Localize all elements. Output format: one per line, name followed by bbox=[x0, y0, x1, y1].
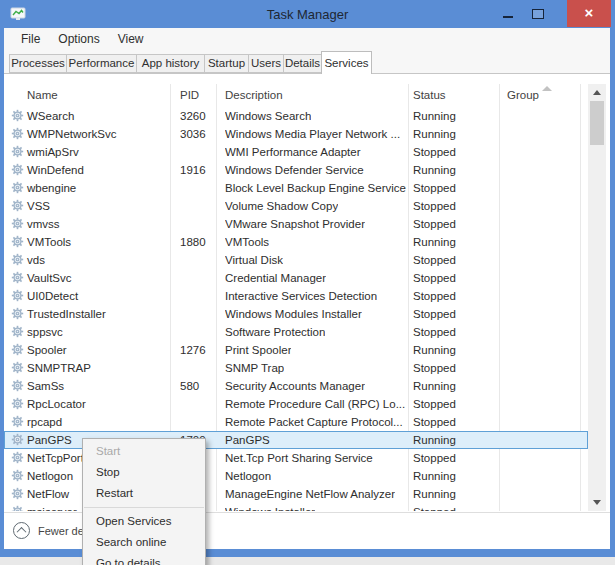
service-gear-icon bbox=[11, 235, 24, 248]
column-header-status[interactable]: Status bbox=[413, 84, 446, 107]
service-status: Stopped bbox=[413, 359, 456, 377]
service-gear-icon bbox=[11, 415, 24, 428]
scrollbar-thumb[interactable] bbox=[590, 101, 604, 145]
column-header-description[interactable]: Description bbox=[225, 84, 283, 107]
scroll-up-button[interactable] bbox=[588, 84, 606, 101]
context-menu-item-restart[interactable]: Restart bbox=[83, 483, 205, 504]
service-pid: 1276 bbox=[180, 341, 206, 359]
column-header-name[interactable]: Name bbox=[27, 84, 58, 107]
close-icon: × bbox=[585, 5, 594, 20]
service-name: vmvss bbox=[27, 215, 60, 233]
service-row[interactable]: WSearch 3260 Windows Search Running bbox=[4, 107, 610, 125]
service-gear-icon bbox=[11, 379, 24, 392]
service-gear-icon bbox=[11, 397, 24, 410]
scroll-down-button[interactable] bbox=[588, 494, 606, 511]
tab-details[interactable]: Details bbox=[283, 54, 322, 73]
service-row[interactable]: RpcLocator Remote Procedure Call (RPC) L… bbox=[4, 395, 610, 413]
service-status: Stopped bbox=[413, 251, 456, 269]
service-row[interactable]: WinDefend 1916 Windows Defender Service … bbox=[4, 161, 610, 179]
service-name: Netlogon bbox=[27, 467, 73, 485]
service-row[interactable]: wbengine Block Level Backup Engine Servi… bbox=[4, 179, 610, 197]
menu-options[interactable]: Options bbox=[49, 28, 108, 50]
context-menu: StartStopRestartOpen ServicesSearch onli… bbox=[82, 438, 206, 565]
service-row[interactable]: wmiApSrv WMI Performance Adapter Stopped bbox=[4, 143, 610, 161]
menu-view[interactable]: View bbox=[109, 28, 153, 50]
service-description: Credential Manager bbox=[225, 269, 326, 287]
service-row[interactable]: vmvss VMware Snapshot Provider Stopped bbox=[4, 215, 610, 233]
service-name: VSS bbox=[27, 197, 50, 215]
service-row[interactable]: SNMPTRAP SNMP Trap Stopped bbox=[4, 359, 610, 377]
service-status: Stopped bbox=[413, 395, 456, 413]
service-name: wmiApSrv bbox=[27, 143, 79, 161]
close-button[interactable]: × bbox=[567, 0, 611, 27]
service-row[interactable]: VSS Volume Shadow Copy Stopped bbox=[4, 197, 610, 215]
service-description: PanGPS bbox=[225, 431, 270, 449]
service-name: sppsvc bbox=[27, 323, 63, 341]
menu-file[interactable]: File bbox=[12, 28, 49, 50]
maximize-button[interactable] bbox=[523, 0, 553, 27]
service-name: PanGPS bbox=[27, 431, 72, 449]
service-description: Remote Packet Capture Protocol... bbox=[225, 413, 403, 431]
service-description: Software Protection bbox=[225, 323, 325, 341]
context-menu-item-stop[interactable]: Stop bbox=[83, 462, 205, 483]
service-name: UI0Detect bbox=[27, 287, 78, 305]
service-description: Windows Modules Installer bbox=[225, 305, 362, 323]
tab-startup[interactable]: Startup bbox=[204, 54, 249, 73]
service-row[interactable]: UI0Detect Interactive Services Detection… bbox=[4, 287, 610, 305]
service-row[interactable]: TrustedInstaller Windows Modules Install… bbox=[4, 305, 610, 323]
vertical-scrollbar[interactable] bbox=[588, 84, 606, 511]
service-description: SNMP Trap bbox=[225, 359, 284, 377]
service-row[interactable]: vds Virtual Disk Stopped bbox=[4, 251, 610, 269]
tab-app-history[interactable]: App history bbox=[136, 54, 205, 73]
service-description: Net.Tcp Port Sharing Service bbox=[225, 449, 373, 467]
tab-performance[interactable]: Performance bbox=[66, 54, 137, 73]
minimize-button[interactable] bbox=[493, 0, 523, 27]
service-row[interactable]: sppsvc Software Protection Stopped bbox=[4, 323, 610, 341]
service-name: NetFlow bbox=[27, 485, 69, 503]
service-status: Running bbox=[413, 485, 456, 503]
column-header-pid[interactable]: PID bbox=[180, 84, 199, 107]
service-status: Stopped bbox=[413, 413, 456, 431]
service-status: Running bbox=[413, 125, 456, 143]
service-name: wbengine bbox=[27, 179, 76, 197]
service-description: Block Level Backup Engine Service bbox=[225, 179, 406, 197]
context-menu-item-start[interactable]: Start bbox=[83, 441, 205, 462]
context-menu-item-search-online[interactable]: Search online bbox=[83, 532, 205, 553]
service-gear-icon bbox=[11, 271, 24, 284]
service-row[interactable]: VMTools 1880 VMTools Running bbox=[4, 233, 610, 251]
service-gear-icon bbox=[11, 163, 24, 176]
service-gear-icon bbox=[11, 145, 24, 158]
service-gear-icon bbox=[11, 361, 24, 374]
context-menu-separator bbox=[84, 507, 204, 508]
tab-processes[interactable]: Processes bbox=[9, 54, 67, 73]
service-description: Volume Shadow Copy bbox=[225, 197, 338, 215]
service-status: Stopped bbox=[413, 287, 456, 305]
sort-indicator-icon bbox=[542, 86, 552, 91]
service-row[interactable]: rpcapd Remote Packet Capture Protocol...… bbox=[4, 413, 610, 431]
service-status: Running bbox=[413, 467, 456, 485]
service-row[interactable]: Spooler 1276 Print Spooler Running bbox=[4, 341, 610, 359]
context-menu-item-go-to-details[interactable]: Go to details bbox=[83, 553, 205, 565]
service-gear-icon bbox=[11, 289, 24, 302]
service-description: WMI Performance Adapter bbox=[225, 143, 361, 161]
tab-services[interactable]: Services bbox=[321, 51, 372, 74]
service-row[interactable]: VaultSvc Credential Manager Stopped bbox=[4, 269, 610, 287]
tab-users[interactable]: Users bbox=[248, 54, 284, 73]
column-header-group[interactable]: Group bbox=[507, 84, 539, 107]
service-description: Netlogon bbox=[225, 467, 271, 485]
service-row[interactable]: WMPNetworkSvc 3036 Windows Media Player … bbox=[4, 125, 610, 143]
context-menu-item-open-services[interactable]: Open Services bbox=[83, 511, 205, 532]
service-gear-icon bbox=[11, 253, 24, 266]
service-name: VMTools bbox=[27, 233, 71, 251]
service-description: VMware Snapshot Provider bbox=[225, 215, 365, 233]
service-pid: 1880 bbox=[180, 233, 206, 251]
service-gear-icon bbox=[11, 451, 24, 464]
service-description: VMTools bbox=[225, 233, 269, 251]
service-description: Security Accounts Manager bbox=[225, 377, 365, 395]
service-status: Stopped bbox=[413, 449, 456, 467]
service-name: SNMPTRAP bbox=[27, 359, 91, 377]
service-status: Running bbox=[413, 161, 456, 179]
service-row[interactable]: SamSs 580 Security Accounts Manager Runn… bbox=[4, 377, 610, 395]
service-description: Windows Search bbox=[225, 107, 311, 125]
service-gear-icon bbox=[11, 217, 24, 230]
